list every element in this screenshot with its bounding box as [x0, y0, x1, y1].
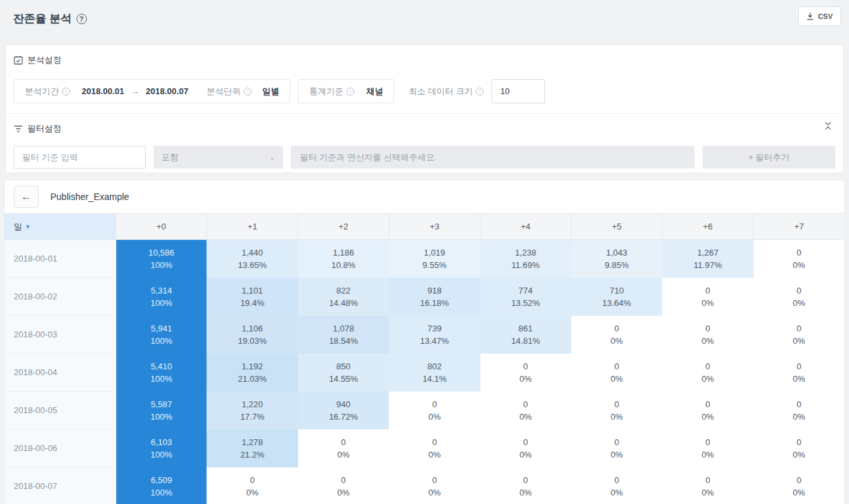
settings-row: 분석기간 i 2018.00.01 → 2018.00.07 분석단위 i 일별…: [14, 79, 835, 103]
offset-column-header: +0: [116, 214, 207, 240]
retention-cell: 80214.1%: [389, 354, 480, 392]
retention-cell: 6,509100%: [116, 467, 207, 504]
table-row: 2018-00-035,941100%1,10619.03%1,07818.54…: [5, 316, 844, 354]
retention-cell: 1,44013.65%: [207, 240, 297, 278]
retention-cell: 00%: [662, 354, 753, 392]
retention-cell: 71013.64%: [571, 278, 662, 316]
retention-cell: 00%: [389, 467, 480, 504]
retention-cell: 86114.81%: [480, 316, 571, 354]
retention-cell: 10,586100%: [116, 240, 207, 278]
help-icon[interactable]: ?: [76, 14, 87, 24]
arrow-right-icon: →: [131, 86, 139, 96]
group-title: Publisher_Example: [50, 192, 129, 202]
day-column-header[interactable]: 일▼: [5, 214, 116, 240]
retention-cell: 73913.47%: [389, 316, 480, 354]
retention-cell: 00%: [571, 429, 662, 467]
retention-cell: 00%: [480, 467, 571, 504]
offset-column-header: +1: [207, 214, 297, 240]
retention-cell: 77413.52%: [480, 278, 571, 316]
settings-card: 분석설정 분석기간 i 2018.00.01 → 2018.00.07 분석단위…: [5, 44, 844, 173]
cohort-date-cell: 2018-00-05: [5, 392, 116, 429]
offset-column-header: +5: [571, 214, 662, 240]
retention-cell: 82214.48%: [298, 278, 389, 316]
stat-basis-box[interactable]: 통계기준 i 채널: [298, 79, 394, 103]
retention-cell: 00%: [207, 467, 297, 504]
retention-cell: 00%: [389, 392, 480, 429]
chevron-down-icon: ⌄: [269, 153, 275, 161]
info-icon: i: [476, 88, 484, 95]
retention-cell: 91816.18%: [389, 278, 480, 316]
retention-cell: 1,18610.8%: [298, 240, 389, 278]
min-data-size-input[interactable]: [491, 79, 545, 103]
download-icon: [807, 12, 814, 20]
unit-value[interactable]: 일별: [262, 86, 279, 97]
retention-cell: 1,26711.97%: [662, 240, 753, 278]
retention-cell: 00%: [389, 429, 480, 467]
cohort-date-cell: 2018-00-01: [5, 240, 116, 278]
retention-cell: 00%: [662, 278, 753, 316]
offset-column-header: +4: [480, 214, 571, 240]
retention-cell: 00%: [571, 354, 662, 392]
add-filter-button[interactable]: + 필터추가: [703, 146, 835, 169]
cohort-date-cell: 2018-00-04: [5, 354, 116, 392]
back-button[interactable]: ←: [14, 186, 39, 208]
retention-cell: 00%: [754, 278, 844, 316]
retention-cell: 00%: [571, 467, 662, 504]
calendar-check-icon: [14, 56, 23, 65]
period-start-value[interactable]: 2018.00.01: [82, 86, 124, 96]
retention-cell: 00%: [662, 316, 753, 354]
retention-cell: 1,10619.03%: [207, 316, 297, 354]
retention-cell: 1,19221.03%: [207, 354, 297, 392]
filter-criteria-input[interactable]: [14, 146, 146, 169]
info-icon: i: [244, 88, 252, 95]
retention-cell: 94016.72%: [298, 392, 389, 429]
table-row: 2018-00-066,103100%1,27821.2%00%00%00%00…: [5, 429, 844, 467]
table-header-row: 일▼ +0+1+2+3+4+5+6+7: [5, 214, 844, 240]
cohort-date-cell: 2018-00-03: [5, 316, 116, 354]
retention-cell: 1,0199.55%: [389, 240, 480, 278]
retention-cell: 1,0439.85%: [571, 240, 662, 278]
period-end-value[interactable]: 2018.00.07: [146, 86, 188, 96]
retention-cell: 1,07818.54%: [298, 316, 389, 354]
filter-settings-header: 필터설정: [14, 123, 835, 135]
collapse-icon[interactable]: [825, 122, 831, 130]
retention-cell: 5,410100%: [116, 354, 207, 392]
retention-cell: 00%: [754, 467, 844, 504]
retention-cell: 00%: [754, 392, 844, 429]
offset-column-header: +7: [754, 214, 844, 240]
filter-value-input[interactable]: [291, 146, 695, 169]
offset-column-header: +3: [389, 214, 480, 240]
stat-basis-label: 통계기준 i: [309, 86, 354, 97]
retention-cell: 6,103100%: [116, 429, 207, 467]
group-header: ← Publisher_Example: [5, 180, 844, 213]
analysis-settings-header: 분석설정: [14, 54, 835, 66]
filter-operator-value: 포함: [161, 152, 178, 163]
info-icon: i: [346, 88, 354, 95]
csv-export-button[interactable]: CSV: [798, 7, 841, 26]
info-icon: i: [62, 88, 70, 95]
retention-cell: 00%: [480, 354, 571, 392]
min-data-size-label: 최소 데이터 크기 i: [408, 86, 484, 97]
retention-cell: 1,27821.2%: [207, 429, 297, 467]
table-row: 2018-00-076,509100%00%00%00%00%00%00%00%: [5, 467, 844, 504]
table-row: 2018-00-025,314100%1,10119.4%82214.48%91…: [5, 278, 844, 316]
retention-cell: 5,941100%: [116, 316, 207, 354]
retention-cell: 1,10119.4%: [207, 278, 297, 316]
sort-arrow-icon: ▼: [25, 224, 31, 230]
analysis-period-box[interactable]: 분석기간 i 2018.00.01 → 2018.00.07 분석단위 i 일별: [14, 79, 290, 103]
retention-cell: 00%: [754, 354, 844, 392]
filter-operator-select[interactable]: 포함 ⌄: [154, 146, 283, 169]
retention-cell: 00%: [754, 316, 844, 354]
table-row: 2018-00-0110,586100%1,44013.65%1,18610.8…: [5, 240, 844, 278]
retention-table-body: 2018-00-0110,586100%1,44013.65%1,18610.8…: [5, 240, 844, 504]
retention-cell: 00%: [662, 392, 753, 429]
offset-column-header: +6: [662, 214, 753, 240]
stat-basis-value[interactable]: 채널: [366, 86, 383, 97]
analysis-settings-title: 분석설정: [27, 54, 61, 66]
page-title-text: 잔존율 분석: [13, 11, 72, 26]
retention-cell: 85014.55%: [298, 354, 389, 392]
retention-cell: 00%: [662, 467, 753, 504]
retention-cell: 00%: [480, 392, 571, 429]
top-bar: 잔존율 분석 ? CSV: [0, 0, 849, 44]
retention-table-card: ← Publisher_Example 일▼ +0+1+2+3+4+5+6+7 …: [4, 180, 845, 504]
